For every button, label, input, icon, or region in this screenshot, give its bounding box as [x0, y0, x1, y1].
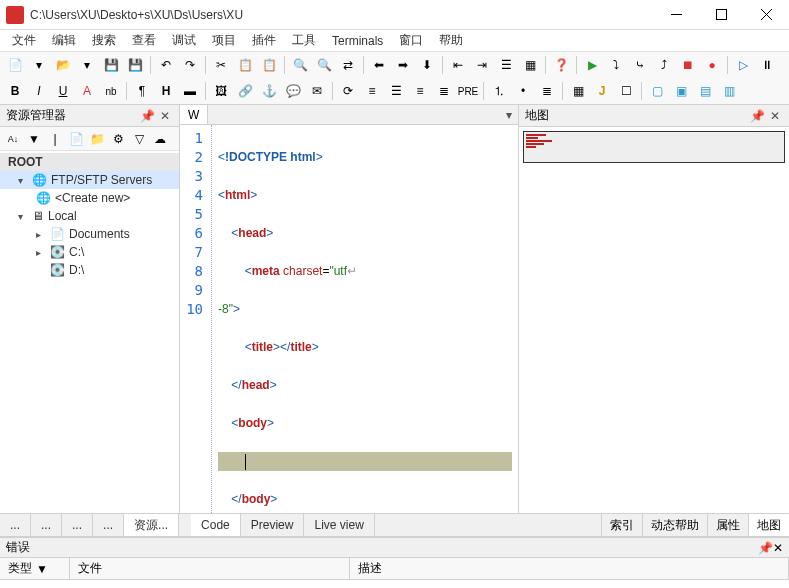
image-icon[interactable]: 🖼 [210, 80, 232, 102]
open-file-icon[interactable]: 📂 [52, 54, 74, 76]
bold-icon[interactable]: B [4, 80, 26, 102]
tree-root[interactable]: ROOT [0, 153, 179, 171]
tab-preview[interactable]: Preview [241, 514, 305, 536]
frame3-icon[interactable]: ▤ [694, 80, 716, 102]
save-icon[interactable]: 💾 [100, 54, 122, 76]
tab-dots[interactable]: ... [62, 514, 93, 536]
tree-ftp[interactable]: ▾ 🌐 FTP/SFTP Servers [0, 171, 179, 189]
open-dropdown-icon[interactable]: ▾ [76, 54, 98, 76]
menu-edit[interactable]: 编辑 [44, 30, 84, 51]
find-icon[interactable]: 🔍 [289, 54, 311, 76]
cut-icon[interactable]: ✂ [210, 54, 232, 76]
tree-local[interactable]: ▾ 🖥 Local [0, 207, 179, 225]
menu-plugins[interactable]: 插件 [244, 30, 284, 51]
comment-icon[interactable]: 💬 [282, 80, 304, 102]
link-icon[interactable]: 🔗 [234, 80, 256, 102]
step-into-icon[interactable]: ⤷ [629, 54, 651, 76]
ol-icon[interactable]: ⒈ [488, 80, 510, 102]
frame1-icon[interactable]: ▢ [646, 80, 668, 102]
collapse-arrow-icon[interactable]: ▾ [18, 175, 28, 186]
new-file-dropdown-icon[interactable]: ▾ [28, 54, 50, 76]
step-over-icon[interactable]: ⤵ [605, 54, 627, 76]
undo-icon[interactable]: ↶ [155, 54, 177, 76]
pilcrow-icon[interactable]: ¶ [131, 80, 153, 102]
tab-dynhelp[interactable]: 动态帮助 [642, 514, 707, 536]
pause-icon[interactable]: ⏸ [756, 54, 778, 76]
tab-index[interactable]: 索引 [601, 514, 642, 536]
heading-icon[interactable]: H [155, 80, 177, 102]
tab-resources[interactable]: 资源... [124, 514, 179, 536]
record-icon[interactable]: ● [701, 54, 723, 76]
run-icon[interactable]: ▶ [581, 54, 603, 76]
script-icon[interactable]: J [591, 80, 613, 102]
pin-icon[interactable]: 📌 [758, 541, 773, 555]
pin-icon[interactable]: 📌 [139, 108, 155, 124]
tab-dots[interactable]: ... [93, 514, 124, 536]
tab-attributes[interactable]: 属性 [707, 514, 748, 536]
maximize-button[interactable] [699, 0, 744, 30]
tree-documents[interactable]: ▸ 📄 Documents [0, 225, 179, 243]
gear-icon[interactable]: ⚙ [109, 130, 127, 148]
pin-icon[interactable]: 📌 [749, 108, 765, 124]
menu-project[interactable]: 项目 [204, 30, 244, 51]
align-center-icon[interactable]: ☰ [385, 80, 407, 102]
nav-back-icon[interactable]: ⬅ [368, 54, 390, 76]
explorer-tree[interactable]: ROOT ▾ 🌐 FTP/SFTP Servers 🌐 <Create new>… [0, 151, 179, 513]
filter-icon[interactable]: ▼ [25, 130, 43, 148]
editor-tab[interactable]: W [180, 105, 208, 124]
frame4-icon[interactable]: ▥ [718, 80, 740, 102]
paste-icon[interactable]: 📋 [258, 54, 280, 76]
menu-window[interactable]: 窗口 [391, 30, 431, 51]
form-icon[interactable]: ☐ [615, 80, 637, 102]
menu-help[interactable]: 帮助 [431, 30, 471, 51]
close-panel-icon[interactable]: ✕ [767, 108, 783, 124]
align-right-icon[interactable]: ≡ [409, 80, 431, 102]
tab-code[interactable]: Code [191, 514, 241, 536]
justify-icon[interactable]: ≣ [433, 80, 455, 102]
color-icon[interactable]: A [76, 80, 98, 102]
close-panel-icon[interactable]: ✕ [157, 108, 173, 124]
find-files-icon[interactable]: 🔍 [313, 54, 335, 76]
new-file-icon[interactable]: 📄 [4, 54, 26, 76]
redo-icon[interactable]: ↷ [179, 54, 201, 76]
minimap[interactable] [523, 131, 785, 163]
error-col-desc[interactable]: 描述 [350, 558, 789, 579]
code-editor[interactable]: 12345678910 <!DOCTYPE html> <html> <head… [180, 125, 518, 513]
save-all-icon[interactable]: 💾 [124, 54, 146, 76]
pre-icon[interactable]: PRE [457, 80, 479, 102]
menu-tools[interactable]: 工具 [284, 30, 324, 51]
ul-icon[interactable]: • [512, 80, 534, 102]
error-col-type[interactable]: 类型▼ [0, 558, 70, 579]
menu-search[interactable]: 搜索 [84, 30, 124, 51]
indent-left-icon[interactable]: ⇤ [447, 54, 469, 76]
folder-icon[interactable]: 📁 [88, 130, 106, 148]
tab-dots[interactable]: ... [31, 514, 62, 536]
list-icon[interactable]: ☰ [495, 54, 517, 76]
replace-icon[interactable]: ⇄ [337, 54, 359, 76]
grid-icon[interactable]: ▦ [519, 54, 541, 76]
dl-icon[interactable]: ≣ [536, 80, 558, 102]
minimize-button[interactable] [654, 0, 699, 30]
frame2-icon[interactable]: ▣ [670, 80, 692, 102]
menu-view[interactable]: 查看 [124, 30, 164, 51]
step-out-icon[interactable]: ⤴ [653, 54, 675, 76]
refresh-icon[interactable]: ⟳ [337, 80, 359, 102]
tab-dots[interactable]: ... [0, 514, 31, 536]
tree-drive-c[interactable]: ▸ 💽 C:\ [0, 243, 179, 261]
tree-drive-d[interactable]: 💽 D:\ [0, 261, 179, 279]
expand-arrow-icon[interactable]: ▸ [36, 247, 46, 258]
stop-icon[interactable]: ⏹ [677, 54, 699, 76]
collapse-arrow-icon[interactable]: ▾ [18, 211, 28, 222]
tab-menu-icon[interactable]: ▾ [500, 108, 518, 122]
sort-az-icon[interactable]: A↓ [4, 130, 22, 148]
error-grid-body[interactable] [0, 580, 789, 588]
close-panel-icon[interactable]: ✕ [773, 541, 783, 555]
nav-down-icon[interactable]: ⬇ [416, 54, 438, 76]
expand-arrow-icon[interactable]: ▸ [36, 229, 46, 240]
hr-icon[interactable]: ▬ [179, 80, 201, 102]
mail-icon[interactable]: ✉ [306, 80, 328, 102]
menu-terminals[interactable]: Terminals [324, 32, 391, 50]
italic-icon[interactable]: I [28, 80, 50, 102]
menu-file[interactable]: 文件 [4, 30, 44, 51]
nbsp-icon[interactable]: nb [100, 80, 122, 102]
